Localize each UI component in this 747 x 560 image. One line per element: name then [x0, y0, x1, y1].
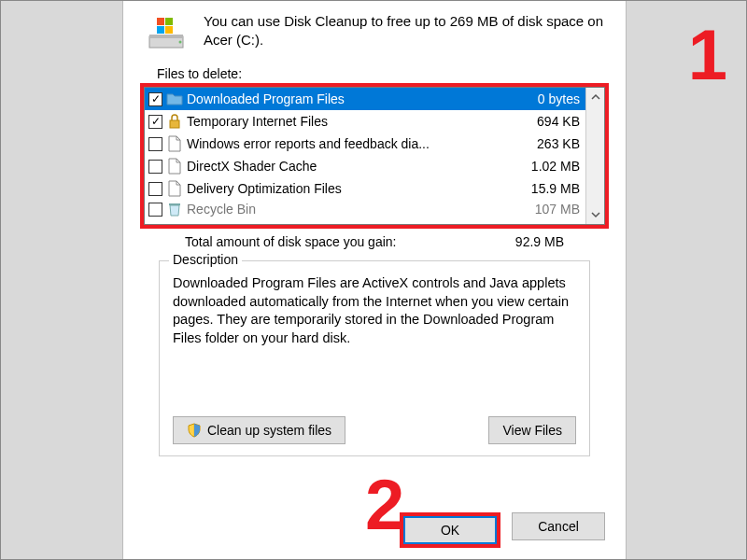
svg-rect-3 [157, 18, 164, 25]
file-size: 0 bytes [529, 91, 580, 106]
list-item[interactable]: Recycle Bin 107 MB [145, 200, 585, 218]
file-name: Downloaded Program Files [187, 91, 525, 106]
file-icon [166, 135, 183, 152]
file-name: Temporary Internet Files [187, 114, 524, 129]
list-item[interactable]: DirectX Shader Cache 1.02 MB [145, 155, 585, 177]
list-item[interactable]: Delivery Optimization Files 15.9 MB [145, 177, 585, 200]
description-group: Description Downloaded Program Files are… [159, 260, 590, 456]
button-label: View Files [502, 423, 562, 438]
scrollbar[interactable] [585, 88, 604, 224]
annotation-box-1: ✓ Downloaded Program Files 0 bytes ✓ Tem… [140, 83, 609, 229]
scroll-up-button[interactable] [586, 88, 604, 106]
files-listbox[interactable]: ✓ Downloaded Program Files 0 bytes ✓ Tem… [144, 87, 605, 225]
list-item[interactable]: ✓ Temporary Internet Files 694 KB [145, 110, 585, 133]
clean-up-system-files-button[interactable]: Clean up system files [173, 416, 345, 444]
file-size: 107 MB [526, 202, 580, 217]
summary-text: You can use Disk Cleanup to free up to 2… [204, 12, 609, 50]
svg-rect-7 [170, 120, 179, 128]
cancel-button[interactable]: Cancel [512, 512, 605, 540]
drive-icon [146, 16, 187, 53]
shield-icon [187, 423, 202, 438]
scroll-down-button[interactable] [586, 205, 604, 224]
svg-point-2 [179, 41, 182, 44]
view-files-button[interactable]: View Files [488, 416, 576, 444]
checkbox[interactable]: ✓ [148, 115, 162, 129]
checkbox[interactable] [148, 182, 162, 196]
annotation-number-1: 1 [688, 20, 727, 91]
description-text: Downloaded Program Files are ActiveX con… [173, 274, 576, 347]
button-label: OK [441, 523, 459, 538]
total-label: Total amount of disk space you gain: [185, 234, 515, 249]
description-title: Description [169, 252, 242, 267]
file-size: 1.02 MB [522, 159, 580, 174]
recycle-bin-icon [166, 201, 183, 217]
disk-cleanup-dialog: You can use Disk Cleanup to free up to 2… [122, 1, 627, 560]
svg-rect-4 [165, 18, 173, 25]
svg-rect-6 [165, 26, 173, 34]
svg-rect-8 [169, 203, 180, 205]
svg-rect-1 [149, 35, 183, 38]
file-name: Windows error reports and feedback dia..… [187, 136, 524, 151]
file-icon [166, 180, 183, 197]
file-name: DirectX Shader Cache [187, 159, 518, 174]
file-name: Delivery Optimization Files [187, 181, 518, 196]
file-size: 694 KB [528, 114, 580, 129]
file-icon [166, 158, 183, 175]
total-row: Total amount of disk space you gain: 92.… [185, 234, 564, 249]
list-item[interactable]: ✓ Downloaded Program Files 0 bytes [145, 88, 585, 110]
svg-rect-5 [157, 26, 164, 34]
folder-icon [166, 91, 183, 107]
checkbox[interactable]: ✓ [148, 92, 162, 106]
button-label: Cancel [538, 519, 579, 534]
annotation-box-2: OK [400, 512, 500, 548]
checkbox[interactable] [148, 137, 162, 151]
file-size: 15.9 MB [522, 181, 580, 196]
button-label: Clean up system files [207, 423, 331, 438]
file-name: Recycle Bin [187, 202, 522, 217]
file-size: 263 KB [528, 136, 580, 151]
lock-icon [166, 113, 183, 130]
list-item[interactable]: Windows error reports and feedback dia..… [145, 133, 585, 155]
total-value: 92.9 MB [515, 234, 564, 249]
checkbox[interactable] [148, 203, 162, 217]
checkbox[interactable] [148, 160, 162, 174]
ok-button[interactable]: OK [403, 516, 497, 544]
files-to-delete-label: Files to delete: [157, 66, 609, 81]
